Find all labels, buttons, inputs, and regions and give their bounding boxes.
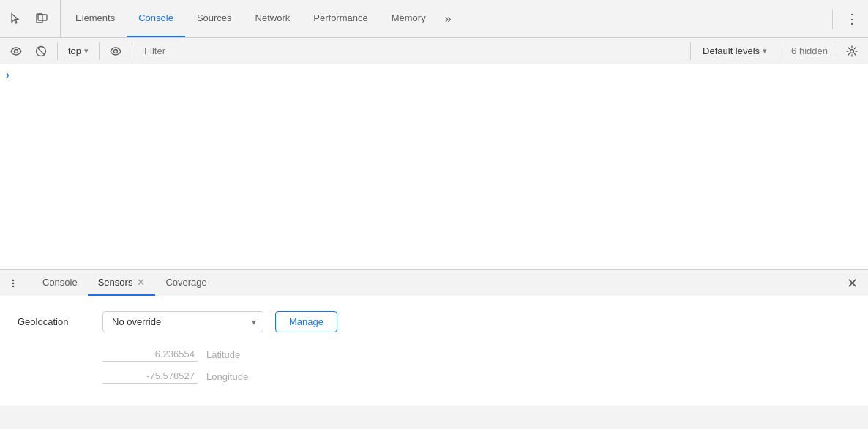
tab-performance[interactable]: Performance <box>302 0 379 37</box>
filter-input-wrap <box>138 45 684 56</box>
context-selector-arrow-icon: ▾ <box>84 46 89 56</box>
toolbar-divider-4 <box>690 42 691 60</box>
sensors-tab-close-icon[interactable]: ✕ <box>137 277 145 288</box>
svg-line-4 <box>37 48 45 55</box>
console-main-area: › <box>0 64 868 269</box>
prompt-chevron-icon: › <box>6 69 10 81</box>
manage-button[interactable]: Manage <box>275 311 337 332</box>
latitude-row: Latitude <box>102 347 850 362</box>
longitude-input[interactable] <box>102 369 198 384</box>
geolocation-row: Geolocation No override ▾ Manage <box>18 311 850 332</box>
longitude-label: Longitude <box>206 371 265 382</box>
toolbar-divider-1 <box>57 42 58 60</box>
drawer-close-button[interactable]: ✕ <box>842 273 862 294</box>
tab-console[interactable]: Console <box>127 0 185 37</box>
drawer-tab-sensors[interactable]: Sensors ✕ <box>88 270 156 296</box>
toolbar-divider-3 <box>132 42 132 60</box>
log-levels-button[interactable]: Default levels ▾ <box>697 44 773 58</box>
svg-point-2 <box>15 49 18 53</box>
toolbar-divider-5 <box>779 42 779 60</box>
svg-point-7 <box>12 279 15 281</box>
svg-point-6 <box>850 49 854 53</box>
geolocation-label: Geolocation <box>18 316 91 327</box>
svg-point-8 <box>12 282 15 284</box>
clear-console-button[interactable] <box>31 41 51 61</box>
create-live-expression-button[interactable] <box>6 41 26 61</box>
devtools-menu-icon[interactable]: ⋮ <box>842 9 862 29</box>
nav-right: ⋮ <box>832 9 862 29</box>
drawer-tab-console[interactable]: Console <box>32 270 88 296</box>
console-settings-button[interactable] <box>842 41 862 61</box>
latitude-label: Latitude <box>206 349 265 360</box>
nav-tabs: Elements Console Sources Network Perform… <box>64 0 832 37</box>
drawer-tabs: Console Sensors ✕ Coverage ✕ <box>0 270 868 296</box>
more-tabs-button[interactable]: » <box>438 0 459 37</box>
geolocation-select-wrap: No override ▾ <box>102 311 263 332</box>
longitude-row: Longitude <box>102 369 850 384</box>
drawer-tab-coverage[interactable]: Coverage <box>155 270 217 296</box>
svg-point-9 <box>12 285 15 287</box>
drawer-menu-icon[interactable] <box>6 273 26 294</box>
bottom-panel: Console Sensors ✕ Coverage ✕ Geolocation… <box>0 269 868 429</box>
geolocation-select[interactable]: No override <box>102 311 263 332</box>
tab-memory[interactable]: Memory <box>380 0 438 37</box>
sensors-content: Geolocation No override ▾ Manage Latitud… <box>0 296 868 406</box>
tab-sources[interactable]: Sources <box>185 0 244 37</box>
svg-rect-0 <box>37 14 42 23</box>
context-selector[interactable]: top ▾ <box>64 44 93 58</box>
tab-elements[interactable]: Elements <box>64 0 127 37</box>
top-nav-icons <box>6 0 61 37</box>
latitude-input[interactable] <box>102 347 198 362</box>
device-toggle-icon[interactable] <box>31 9 51 29</box>
levels-arrow-icon: ▾ <box>763 46 767 56</box>
inspect-element-icon[interactable] <box>6 9 26 29</box>
filter-input[interactable] <box>144 45 678 56</box>
console-toolbar: top ▾ Default levels ▾ 6 hidden <box>0 38 868 64</box>
svg-point-5 <box>114 49 118 53</box>
toolbar-divider-2 <box>99 42 100 60</box>
top-nav: Elements Console Sources Network Perform… <box>0 0 868 38</box>
hidden-count: 6 hidden <box>785 45 834 56</box>
coordinates-section: Latitude Longitude <box>102 347 850 384</box>
console-prompt[interactable]: › <box>0 64 868 85</box>
tab-network[interactable]: Network <box>244 0 302 37</box>
show-hidden-button[interactable] <box>105 41 126 61</box>
